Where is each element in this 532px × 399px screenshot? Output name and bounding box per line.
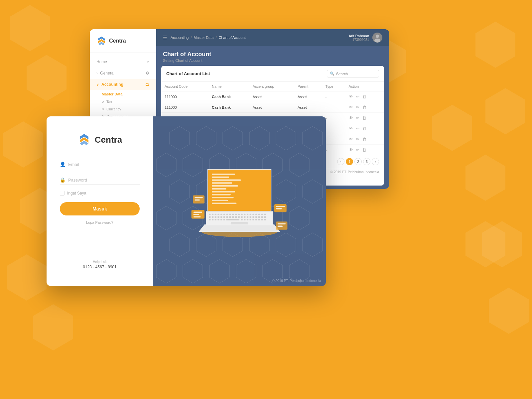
- delete-icon[interactable]: 🗑: [362, 105, 366, 110]
- breadcrumb-accounting[interactable]: Accounting: [171, 36, 189, 40]
- password-input-wrapper: 🔒: [60, 175, 140, 185]
- edit-icon[interactable]: ✏: [356, 105, 359, 110]
- cell-name: Cash Bank: [208, 91, 249, 102]
- table-row: 111000 Cash Bank Asset Asset - 👁 ✏ 🗑: [161, 91, 384, 102]
- user-info: Arif Rahman 173909021: [349, 34, 369, 42]
- svg-marker-15: [156, 153, 176, 177]
- delete-icon[interactable]: 🗑: [362, 115, 366, 120]
- topbar-right: Arif Rahman 173909021: [349, 33, 382, 43]
- sidebar-item-home[interactable]: Home ⌂: [90, 56, 156, 67]
- svg-rect-112: [212, 191, 235, 192]
- edit-icon[interactable]: ✏: [356, 147, 359, 152]
- svg-rect-60: [247, 214, 248, 215]
- svg-rect-77: [238, 216, 240, 218]
- svg-rect-100: [258, 219, 260, 220]
- breadcrumb-master-data[interactable]: Master Data: [194, 36, 214, 40]
- login-logo-text: Centra: [95, 135, 122, 145]
- pagination-2[interactable]: 2: [354, 158, 362, 165]
- login-window: Centra 👤 🔒 Ingat Saya Masuk Lupa Passwor…: [47, 116, 326, 286]
- svg-rect-69: [215, 216, 216, 218]
- svg-rect-113: [212, 194, 231, 195]
- svg-rect-52: [223, 214, 225, 215]
- svg-rect-88: [212, 219, 213, 220]
- password-field: 🔒: [60, 175, 140, 185]
- svg-rect-58: [241, 214, 242, 215]
- svg-rect-108: [212, 179, 241, 181]
- svg-marker-12: [249, 126, 269, 150]
- edit-icon[interactable]: ✏: [356, 115, 359, 120]
- view-icon[interactable]: 👁: [349, 115, 353, 120]
- view-icon[interactable]: 👁: [349, 126, 353, 131]
- accounting-icon: 🗂: [145, 82, 149, 87]
- home-icon: ⌂: [147, 60, 149, 64]
- edit-icon[interactable]: ✏: [356, 126, 359, 131]
- login-button[interactable]: Masuk: [60, 202, 140, 215]
- view-icon[interactable]: 👁: [349, 137, 353, 142]
- edit-icon[interactable]: ✏: [356, 137, 359, 142]
- hamburger-icon[interactable]: ☰: [163, 35, 167, 40]
- svg-rect-125: [276, 206, 285, 207]
- svg-rect-111: [212, 188, 226, 190]
- user-id: 173909021: [349, 38, 369, 42]
- svg-rect-98: [252, 219, 254, 220]
- view-icon[interactable]: 👁: [349, 147, 353, 152]
- svg-marker-42: [236, 259, 256, 283]
- pagination-prev[interactable]: ‹: [337, 158, 344, 165]
- svg-marker-26: [303, 180, 323, 203]
- svg-rect-99: [255, 219, 257, 220]
- delete-icon[interactable]: 🗑: [362, 126, 366, 131]
- chevron-right-icon: ›: [96, 71, 97, 75]
- svg-marker-10: [196, 126, 216, 150]
- search-box[interactable]: 🔍: [327, 70, 379, 77]
- lock-icon: 🔒: [60, 177, 66, 183]
- col-account-code: Account Code: [161, 82, 208, 91]
- edit-icon[interactable]: ✏: [356, 94, 359, 99]
- delete-icon[interactable]: 🗑: [362, 94, 366, 99]
- sidebar-item-accounting[interactable]: ∨ Accounting 🗂: [90, 79, 156, 90]
- sidebar-item-accounting-label: Accounting: [101, 82, 123, 87]
- view-icon[interactable]: 👁: [349, 94, 353, 99]
- delete-icon[interactable]: 🗑: [362, 137, 366, 142]
- sidebar-sub-currency[interactable]: Currency: [90, 105, 156, 113]
- delete-icon[interactable]: 🗑: [362, 147, 366, 152]
- pagination-3[interactable]: 3: [363, 158, 370, 165]
- cell-action: 👁 ✏ 🗑: [345, 113, 384, 123]
- view-icon[interactable]: 👁: [349, 105, 353, 110]
- svg-rect-116: [212, 202, 236, 204]
- email-input[interactable]: [68, 162, 140, 167]
- svg-rect-94: [241, 219, 242, 220]
- svg-rect-72: [223, 216, 225, 218]
- svg-point-4: [376, 35, 379, 38]
- forgot-password-link[interactable]: Lupa Password?: [86, 220, 113, 224]
- pagination-1[interactable]: 1: [346, 158, 353, 165]
- svg-rect-85: [261, 216, 263, 218]
- sidebar-sub-tax[interactable]: Tax: [90, 98, 156, 105]
- cell-parent: Asset: [294, 91, 322, 102]
- helpdesk-phone: 0123 - 4567 - 8901: [83, 265, 116, 269]
- pagination-next[interactable]: ›: [372, 158, 379, 165]
- svg-marker-40: [183, 259, 203, 283]
- col-type: Type: [322, 82, 345, 91]
- svg-rect-123: [195, 200, 200, 201]
- remember-checkbox[interactable]: [60, 191, 65, 196]
- svg-rect-114: [212, 197, 234, 198]
- cell-action: 👁 ✏ 🗑: [345, 123, 384, 134]
- svg-rect-76: [235, 216, 237, 218]
- cell-type: -: [322, 102, 345, 113]
- cell-code: 111000: [161, 91, 208, 102]
- svg-rect-51: [220, 214, 222, 215]
- search-input[interactable]: [336, 72, 376, 76]
- breadcrumb-sep-1: /: [191, 36, 192, 40]
- svg-marker-9: [170, 126, 190, 150]
- svg-rect-101: [261, 219, 263, 220]
- breadcrumb-chart-of-account[interactable]: Chart of Account: [218, 36, 245, 40]
- password-input[interactable]: [68, 178, 140, 183]
- page-subtitle: Setting Chart of Account: [163, 59, 382, 63]
- dot-icon: [102, 108, 104, 110]
- svg-rect-118: [194, 212, 202, 213]
- svg-rect-48: [212, 214, 213, 215]
- sidebar-item-general[interactable]: › General ⚙: [90, 67, 156, 79]
- svg-rect-106: [212, 174, 235, 175]
- cell-code: 111000: [161, 102, 208, 113]
- search-icon: 🔍: [330, 71, 334, 76]
